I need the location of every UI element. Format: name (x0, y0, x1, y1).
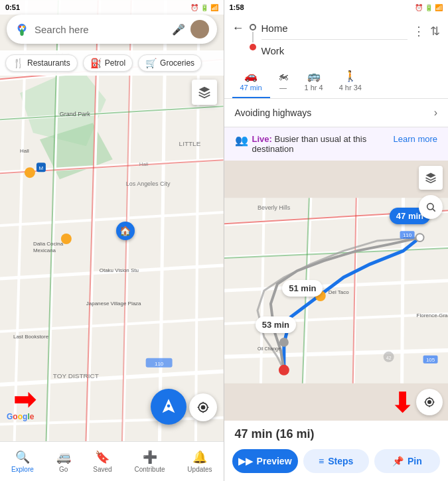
more-options-button[interactable]: ⋮ (413, 20, 425, 38)
groceries-label: Groceries (160, 58, 194, 68)
nav-contribute[interactable]: ➕ Contribute (134, 450, 165, 473)
svg-text:Japanese Village Plaza: Japanese Village Plaza (86, 301, 141, 307)
arrow-right-indicator: ➡ (13, 384, 36, 415)
petrol-chip[interactable]: ⛽ Petrol (83, 54, 133, 72)
svg-line-83 (433, 209, 435, 212)
walk-icon: 🚶 (344, 70, 357, 82)
preview-label: Preview (257, 456, 292, 466)
svg-text:110: 110 (155, 361, 164, 367)
location-button-left[interactable] (189, 393, 217, 421)
back-button[interactable]: ← (232, 20, 244, 35)
location-button-right[interactable] (416, 389, 443, 415)
steps-button[interactable]: ≡ Steps (303, 449, 369, 473)
bottom-nav-left: 🔍 Explore 🚐 Go 🔖 Saved ➕ Contribute 🔔 Up… (0, 441, 224, 481)
go-icon: 🚐 (56, 450, 71, 464)
restaurants-chip[interactable]: 🍴 Restaurants (5, 54, 78, 72)
search-icon-right (425, 202, 436, 212)
svg-point-23 (25, 167, 35, 178)
mic-icon[interactable]: 🎤 (172, 23, 185, 36)
search-button-right[interactable] (419, 195, 443, 219)
user-avatar[interactable] (190, 20, 209, 38)
destination-location[interactable]: Work (261, 40, 408, 59)
location-texts: Home Work (261, 20, 408, 59)
steps-label: Steps (328, 456, 353, 466)
time-badge-51[interactable]: 51 min (282, 280, 323, 297)
home-marker: 🏠 (116, 222, 135, 240)
preview-icon: ▶▶ (238, 456, 253, 466)
live-label: Live: (252, 134, 275, 144)
live-info-row: 👥 Live: Busier than usual at this destin… (224, 127, 449, 161)
svg-text:Grand Park: Grand Park (60, 111, 90, 117)
contribute-icon: ➕ (143, 450, 157, 464)
navigate-button[interactable] (151, 389, 187, 425)
svg-point-84 (427, 400, 431, 404)
location-icon-right (423, 396, 435, 408)
explore-label: Explore (11, 466, 34, 473)
origin-location[interactable]: Home (261, 20, 408, 40)
mode-motorcycle[interactable]: 🏍 — (270, 65, 297, 98)
route-locations: ← Home Work ⋮ ⇅ (232, 20, 441, 59)
svg-text:110: 110 (402, 232, 411, 238)
groceries-chip[interactable]: 🛒 Groceries (138, 54, 202, 72)
arrow-down-indicator: ⬇ (391, 387, 413, 418)
nav-saved[interactable]: 🔖 Saved (93, 450, 112, 473)
route-header: ← Home Work ⋮ ⇅ (224, 15, 449, 64)
google-maps-logo (15, 22, 29, 36)
nav-updates[interactable]: 🔔 Updates (187, 450, 212, 473)
right-route-panel: 1:58 ⏰🔋📶 ← Home Work ⋮ ⇅ 🚗 47 min (224, 0, 449, 481)
layers-icon-right (425, 172, 437, 184)
svg-text:Dalia Cocina: Dalia Cocina (33, 241, 64, 247)
svg-text:Beverly Hills: Beverly Hills (257, 204, 290, 211)
updates-label: Updates (187, 466, 212, 473)
preview-button[interactable]: ▶▶ Preview (232, 449, 298, 473)
car-time: 47 min (240, 84, 262, 92)
time-badge-53[interactable]: 53 min (256, 316, 296, 333)
layers-button-right[interactable] (419, 166, 443, 190)
walk-time: 4 hr 34 (339, 84, 362, 92)
time-53-label: 53 min (262, 320, 289, 330)
left-search-bar[interactable]: Search here 🎤 (7, 15, 217, 44)
duration-display: 47 min (16 mi) (224, 421, 449, 445)
avoiding-highways-text: Avoiding highways (235, 107, 312, 118)
groceries-icon: 🛒 (145, 58, 157, 68)
svg-text:Hall: Hall (20, 148, 29, 154)
updates-icon: 🔔 (192, 450, 207, 464)
svg-text:42: 42 (386, 356, 391, 360)
svg-text:Hall: Hall (139, 161, 149, 167)
pin-icon: 📌 (392, 456, 404, 466)
route-line-dot (252, 32, 254, 42)
nav-explore[interactable]: 🔍 Explore (11, 450, 34, 473)
action-buttons: ▶▶ Preview ≡ Steps 📌 Pin (224, 445, 449, 481)
svg-point-45 (23, 26, 25, 29)
location-icon-left (196, 401, 210, 414)
layers-button-left[interactable] (192, 80, 217, 105)
destination-pin (250, 44, 256, 52)
swap-directions-button[interactable]: ⇅ (430, 20, 440, 38)
left-map-panel: M Grand Park Hall Los Angeles City Hall … (0, 0, 224, 481)
restaurants-label: Restaurants (27, 58, 70, 68)
time-51-label: 51 min (289, 283, 316, 293)
right-time: 1:58 (230, 3, 244, 11)
right-status-bar: 1:58 ⏰🔋📶 (224, 0, 449, 15)
mode-walk[interactable]: 🚶 4 hr 34 (331, 64, 370, 98)
mode-transit[interactable]: 🚌 1 hr 4 (297, 64, 331, 98)
svg-point-72 (415, 234, 423, 241)
svg-line-62 (402, 198, 403, 383)
search-placeholder[interactable]: Search here (35, 24, 172, 35)
learn-more-link[interactable]: Learn more (394, 134, 437, 144)
pin-button[interactable]: 📌 Pin (374, 449, 440, 473)
saved-label: Saved (93, 466, 112, 473)
motorcycle-time: — (279, 84, 287, 92)
nav-go[interactable]: 🚐 Go (56, 450, 71, 473)
avoiding-highways-row[interactable]: Avoiding highways › (224, 99, 449, 127)
svg-text:Los Angeles City: Los Angeles City (126, 180, 171, 187)
mode-car[interactable]: 🚗 47 min (232, 64, 270, 98)
svg-text:105: 105 (425, 357, 435, 363)
svg-text:M: M (39, 165, 44, 171)
svg-text:TOY DISTRICT: TOY DISTRICT (53, 372, 99, 379)
svg-text:LITTLE: LITTLE (179, 140, 201, 147)
pin-label: Pin (408, 456, 422, 466)
live-text: Live: Busier than usual at this destinat… (252, 134, 394, 154)
live-people-icon: 👥 (235, 134, 248, 147)
bottom-summary: 47 min (16 mi) ▶▶ Preview ≡ Steps 📌 Pin (224, 421, 449, 481)
